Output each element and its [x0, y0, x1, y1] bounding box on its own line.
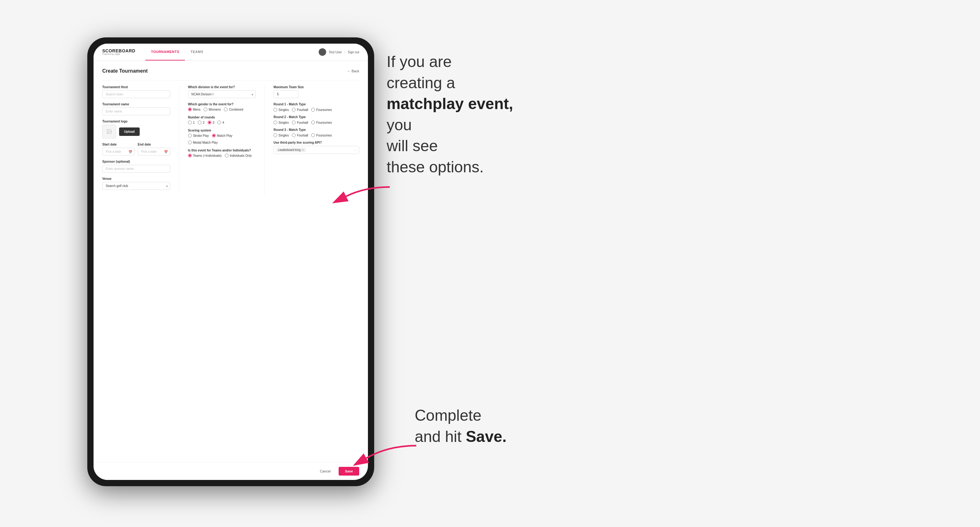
gender-combined-label: Combined: [229, 108, 243, 111]
venue-select-wrapper: Search golf club: [102, 182, 170, 190]
round2-match-type-section: Round 2 - Match Type Singles Fourball: [274, 115, 359, 124]
sponsor-input[interactable]: [102, 165, 170, 173]
gender-mens-radio[interactable]: [188, 108, 192, 111]
form-col-2: Which division is the event for? NCAA Di…: [188, 86, 265, 194]
rounds-label: Number of rounds: [188, 116, 256, 119]
round3-foursomes-option[interactable]: Foursomes: [311, 133, 332, 137]
round3-singles-radio[interactable]: [274, 133, 277, 137]
individuals-option[interactable]: Individuals Only: [225, 154, 252, 157]
round1-singles-option[interactable]: Singles: [274, 108, 289, 111]
annotation-top-line2: creating a: [387, 74, 455, 92]
division-label: Which division is the event for?: [188, 86, 256, 89]
rounds-2-radio[interactable]: [198, 121, 201, 124]
nav-user: Test User: [329, 51, 342, 54]
round1-singles-label: Singles: [278, 108, 289, 111]
rounds-3-label: 3: [213, 121, 215, 124]
round3-fourball-option[interactable]: Fourball: [292, 133, 308, 137]
round2-singles-option[interactable]: Singles: [274, 121, 289, 124]
round1-foursomes-radio[interactable]: [311, 108, 315, 111]
rounds-1-option[interactable]: 1: [188, 121, 195, 124]
logo-upload-area: Upload: [102, 125, 170, 138]
round2-fourball-label: Fourball: [297, 121, 308, 124]
round1-match-type-section: Round 1 - Match Type Singles Fourball: [274, 103, 359, 111]
nav-tab-teams[interactable]: TEAMS: [185, 44, 209, 60]
page-container: SCOREBOARD Powered by clippit TOURNAMENT…: [0, 0, 980, 527]
max-team-size-input[interactable]: [274, 90, 298, 98]
cancel-button[interactable]: Cancel: [315, 467, 336, 476]
round1-fourball-radio[interactable]: [292, 108, 296, 111]
round2-foursomes-option[interactable]: Foursomes: [311, 121, 332, 124]
scoring-stroke-label: Stroke Play: [193, 134, 209, 137]
start-date-input[interactable]: [102, 148, 135, 156]
annotation-top-line1: If you are: [387, 53, 452, 70]
round2-fourball-option[interactable]: Fourball: [292, 121, 308, 124]
tournament-host-input[interactable]: [102, 90, 170, 98]
scoring-medal-radio[interactable]: [188, 141, 192, 144]
gender-radio-group: Mens Womens Combined: [188, 108, 256, 111]
gender-combined-option[interactable]: Combined: [224, 108, 243, 111]
round2-singles-radio[interactable]: [274, 121, 277, 124]
round1-foursomes-label: Foursomes: [316, 108, 332, 111]
gender-group: Which gender is the event for? Mens Wome…: [188, 103, 256, 111]
gender-combined-radio[interactable]: [224, 108, 228, 111]
third-party-tag-remove[interactable]: ✕: [302, 149, 304, 151]
rounds-2-option[interactable]: 2: [198, 121, 205, 124]
brand-title: SCOREBOARD: [102, 49, 135, 53]
scoring-stroke-option[interactable]: Stroke Play: [188, 134, 209, 137]
logo-placeholder: [102, 125, 116, 138]
end-date-wrapper: [138, 148, 170, 156]
start-date-wrapper: [102, 148, 135, 156]
round2-fourball-radio[interactable]: [292, 121, 296, 124]
round1-foursomes-option[interactable]: Foursomes: [311, 108, 332, 111]
scoring-match-radio[interactable]: [212, 134, 216, 137]
individuals-radio[interactable]: [225, 154, 229, 157]
arrow-bottom: [341, 436, 423, 469]
sign-out-link[interactable]: Sign out: [348, 51, 359, 54]
rounds-4-radio[interactable]: [217, 121, 221, 124]
upload-button[interactable]: Upload: [119, 127, 140, 136]
round1-singles-radio[interactable]: [274, 108, 277, 111]
third-party-section: Use third-party live scoring API? Leader…: [274, 141, 359, 154]
round2-match-type-label: Round 2 - Match Type: [274, 115, 359, 119]
teams-option[interactable]: Teams (+Individuals): [188, 154, 222, 157]
scoring-medal-option[interactable]: Medal Match Play: [188, 141, 218, 144]
gender-mens-option[interactable]: Mens: [188, 108, 200, 111]
venue-select[interactable]: Search golf club: [102, 182, 170, 190]
rounds-3-radio[interactable]: [208, 121, 212, 124]
rounds-1-radio[interactable]: [188, 121, 192, 124]
teams-radio[interactable]: [188, 154, 192, 157]
scoring-label: Scoring system: [188, 129, 256, 132]
round2-singles-label: Singles: [278, 121, 289, 124]
rounds-4-option[interactable]: 4: [217, 121, 224, 124]
back-link[interactable]: ← Back: [347, 69, 359, 73]
scoring-match-option[interactable]: Match Play: [212, 134, 232, 137]
page-title: Create Tournament: [102, 68, 148, 74]
avatar: [319, 48, 326, 56]
scoring-radio-group: Stroke Play Match Play Medal Match Play: [188, 134, 256, 144]
tournament-name-label: Tournament name: [102, 103, 170, 106]
division-select[interactable]: NCAA Division I: [188, 90, 256, 98]
content-area: Create Tournament ← Back Tournament Host…: [94, 61, 368, 462]
round2-radio-group: Singles Fourball Foursomes: [274, 121, 359, 124]
round3-singles-option[interactable]: Singles: [274, 133, 289, 137]
end-date-input[interactable]: [138, 148, 170, 156]
scoring-stroke-radio[interactable]: [188, 134, 192, 137]
round3-fourball-radio[interactable]: [292, 133, 296, 137]
nav-separator: |: [345, 51, 345, 54]
annotation-top: If you are creating a matchplay event, y…: [387, 51, 599, 178]
round3-foursomes-radio[interactable]: [311, 133, 315, 137]
round1-fourball-option[interactable]: Fourball: [292, 108, 308, 111]
teams-label: Teams (+Individuals): [193, 154, 222, 157]
gender-womens-option[interactable]: Womens: [204, 108, 221, 111]
gender-womens-radio[interactable]: [204, 108, 207, 111]
navbar: SCOREBOARD Powered by clippit TOURNAMENT…: [94, 44, 368, 61]
nav-tab-tournaments[interactable]: TOURNAMENTS: [145, 44, 185, 60]
tournament-name-input[interactable]: [102, 108, 170, 115]
rounds-radio-group: 1 2 3: [188, 121, 256, 124]
third-party-input[interactable]: Leaderboard King ✕ ⌄: [274, 146, 359, 154]
team-individual-radio-group: Teams (+Individuals) Individuals Only: [188, 154, 256, 157]
round2-foursomes-radio[interactable]: [311, 121, 315, 124]
nav-brand: SCOREBOARD Powered by clippit: [102, 49, 135, 56]
third-party-label: Use third-party live scoring API?: [274, 141, 359, 144]
rounds-3-option[interactable]: 3: [208, 121, 215, 124]
